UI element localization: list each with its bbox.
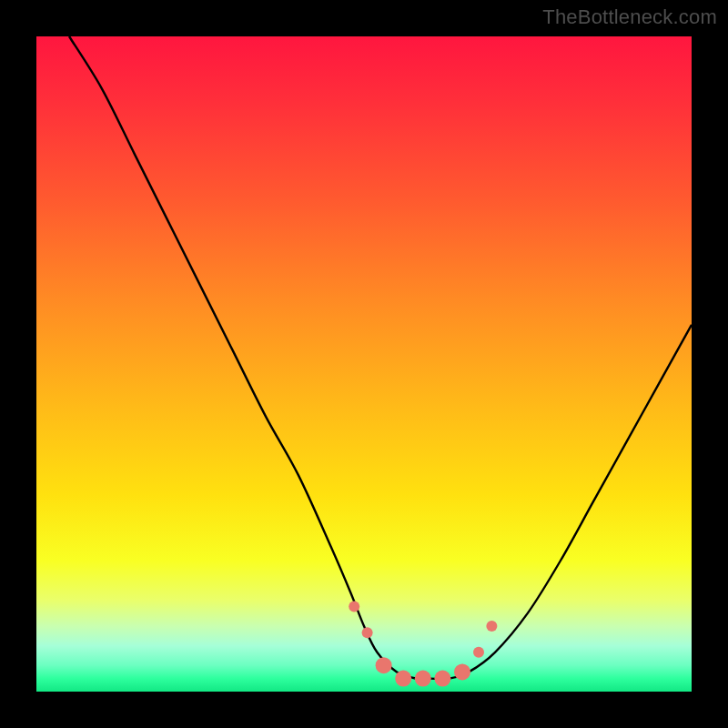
plot-area — [36, 36, 692, 692]
curve-layer — [69, 36, 692, 679]
highlight-dot — [454, 663, 470, 680]
highlight-dot — [362, 627, 373, 638]
watermark-text: TheBottleneck.com — [542, 5, 717, 29]
highlight-dot — [376, 657, 392, 673]
highlight-dot — [349, 601, 359, 612]
highlight-dot — [434, 671, 450, 687]
chart-frame: TheBottleneck.com — [0, 0, 728, 728]
chart-svg — [36, 36, 692, 692]
bottleneck-curve — [69, 36, 692, 679]
highlight-dot — [473, 647, 484, 658]
highlight-dot — [486, 621, 497, 632]
highlight-dot — [415, 671, 431, 687]
highlight-dot — [395, 671, 411, 687]
